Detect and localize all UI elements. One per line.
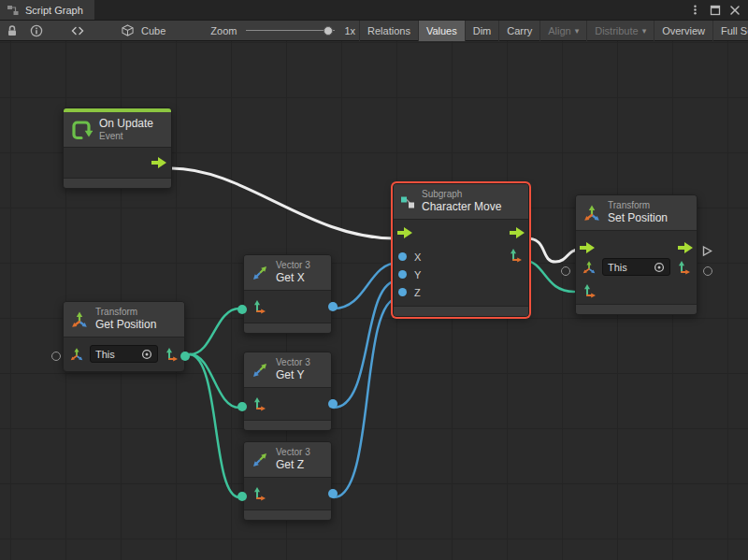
- transform-icon: [583, 204, 601, 223]
- flow-input-port[interactable]: [397, 227, 412, 238]
- code-icon[interactable]: [65, 21, 90, 41]
- node-character-move[interactable]: Subgraph Character Move X Y: [393, 183, 529, 317]
- node-subtitle: Event: [99, 131, 153, 142]
- this-field-value: This: [95, 349, 115, 360]
- flow-input-port[interactable]: [580, 242, 595, 253]
- node-category: Subgraph: [422, 189, 501, 200]
- on-update-icon: [70, 119, 93, 141]
- toolbar-button-overview[interactable]: Overview: [654, 21, 712, 41]
- node-footer: [244, 510, 331, 520]
- z-input-port[interactable]: [398, 288, 407, 296]
- wire-gety-to-y[interactable]: [334, 280, 398, 408]
- node-header: Vector 3 Get Y: [244, 352, 331, 388]
- script-graph-icon: [7, 4, 20, 17]
- target-name: Cube: [137, 25, 169, 36]
- node-footer: [244, 420, 331, 430]
- wire-getposition-to-gety[interactable]: [190, 354, 239, 408]
- zoom-slider-knob[interactable]: [324, 26, 333, 36]
- node-title: On Update: [99, 117, 153, 131]
- zoom-slider[interactable]: [246, 25, 335, 36]
- vector3-icon: [676, 260, 691, 275]
- target-picker-icon[interactable]: [654, 262, 665, 273]
- node-get-z[interactable]: Vector 3 Get Z: [243, 441, 332, 521]
- wire-getx-to-x[interactable]: [334, 263, 398, 309]
- cube-icon: [122, 24, 134, 36]
- y-input-port[interactable]: [398, 270, 407, 279]
- input-row-y: Y: [394, 266, 528, 283]
- node-title: Get X: [276, 271, 310, 285]
- port-label: Y: [414, 269, 421, 280]
- toolbar-button-align[interactable]: Align: [539, 21, 586, 41]
- target-input-port[interactable]: [51, 352, 61, 361]
- zoom-control: Zoom 1x: [207, 25, 359, 36]
- node-title: Get Z: [276, 458, 310, 472]
- x-output-port[interactable]: [328, 302, 338, 311]
- kebab-menu-icon[interactable]: [689, 4, 701, 16]
- node-header: On Update Event: [64, 112, 171, 148]
- wire-getz-to-z[interactable]: [334, 298, 398, 497]
- graph-target[interactable]: Cube: [122, 24, 169, 36]
- wire-flow-charactermove-to-setposition[interactable]: [527, 238, 579, 262]
- vector3-icon: [164, 347, 179, 362]
- x-input-port[interactable]: [398, 252, 407, 261]
- node-get-y[interactable]: Vector 3 Get Y: [243, 352, 332, 431]
- toolbar-button-values[interactable]: Values: [418, 21, 465, 41]
- node-header: Vector 3 Get X: [244, 255, 331, 291]
- node-header: Transform Set Position: [576, 195, 697, 231]
- value-output-port[interactable]: [703, 266, 712, 276]
- position-input-port[interactable]: [582, 283, 597, 298]
- vector3-icon: [252, 486, 266, 501]
- node-get-x[interactable]: Vector 3 Get X: [243, 254, 332, 334]
- node-footer: [64, 178, 171, 188]
- maximize-icon[interactable]: [710, 5, 721, 16]
- tab-title: Script Graph: [25, 5, 83, 16]
- node-title: Get Position: [95, 318, 156, 332]
- flow-continuation-port[interactable]: [701, 245, 713, 257]
- lock-icon[interactable]: [0, 21, 24, 41]
- subgraph-icon: [400, 194, 415, 209]
- graph-toolbar: Cube Zoom 1x Relations Values Dim Carry …: [0, 21, 748, 41]
- z-output-port[interactable]: [328, 489, 338, 498]
- wire-getposition-to-getz[interactable]: [190, 354, 239, 497]
- target-input-port[interactable]: [561, 266, 570, 276]
- node-title: Set Position: [608, 211, 668, 225]
- vector3-icon: [251, 451, 269, 469]
- node-title: Get Y: [276, 368, 310, 382]
- node-set-position[interactable]: Transform Set Position This: [575, 194, 698, 315]
- tab-script-graph[interactable]: Script Graph: [0, 0, 94, 20]
- y-output-port[interactable]: [328, 399, 338, 409]
- port-label: X: [414, 251, 421, 263]
- this-field[interactable]: This: [90, 345, 158, 363]
- graph-canvas[interactable]: On Update Event Transform Get Position: [0, 41, 748, 560]
- port-label: Z: [414, 287, 421, 298]
- wire-flow-onupdate-to-charactermove[interactable]: [171, 168, 395, 238]
- toolbar-button-carry[interactable]: Carry: [498, 21, 539, 41]
- toolbar-button-relations[interactable]: Relations: [359, 21, 418, 41]
- close-icon[interactable]: [729, 5, 741, 16]
- script-graph-window: Script Graph Cube Zoom 1x Relations Valu…: [0, 0, 748, 560]
- this-field[interactable]: This: [602, 258, 670, 276]
- flow-output-port[interactable]: [151, 157, 166, 168]
- flow-output-port[interactable]: [510, 227, 525, 238]
- node-footer: [576, 304, 697, 314]
- node-category: Vector 3: [276, 447, 310, 458]
- vector3-icon: [252, 396, 266, 411]
- toolbar-button-dim[interactable]: Dim: [465, 21, 499, 41]
- toolbar-button-fullscreen[interactable]: Full Screen: [712, 21, 748, 41]
- node-get-position[interactable]: Transform Get Position This: [63, 301, 185, 372]
- node-header: Vector 3 Get Z: [244, 442, 331, 478]
- flow-output-port[interactable]: [678, 242, 693, 253]
- node-on-update[interactable]: On Update Event: [63, 108, 172, 189]
- node-category: Vector 3: [276, 357, 310, 368]
- wire-vector-charactermove-to-setposition[interactable]: [524, 260, 574, 292]
- vector3-output-port[interactable]: [508, 248, 523, 263]
- window-controls: [689, 0, 748, 20]
- target-picker-icon[interactable]: [141, 349, 152, 360]
- info-icon[interactable]: [24, 21, 49, 41]
- node-footer: [244, 323, 331, 333]
- wire-getposition-to-getx[interactable]: [190, 309, 239, 354]
- vector3-icon: [251, 361, 269, 380]
- node-category: Vector 3: [276, 260, 310, 271]
- toolbar-button-distribute[interactable]: Distribute: [586, 21, 654, 41]
- node-header: Transform Get Position: [64, 302, 184, 337]
